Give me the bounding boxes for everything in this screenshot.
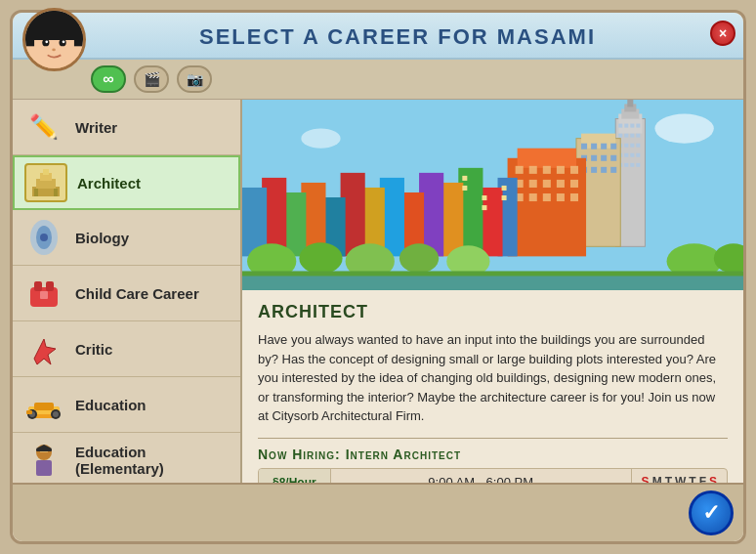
svg-rect-19: [34, 281, 42, 291]
svg-rect-47: [618, 134, 622, 138]
salary-value: §8/Hour: [273, 476, 316, 484]
career-label-critic: Critic: [75, 341, 112, 358]
svg-rect-83: [570, 166, 578, 174]
svg-rect-60: [624, 163, 628, 167]
career-image: [242, 100, 743, 290]
career-label-writer: Writer: [75, 119, 117, 136]
svg-rect-13: [34, 189, 38, 196]
svg-rect-90: [529, 193, 537, 201]
svg-rect-58: [636, 153, 640, 157]
svg-rect-49: [630, 134, 634, 138]
hiring-salary: §8/Hour: [259, 469, 331, 484]
main-panel: Select a Career for Masami × ∞ 🎬 📷 ✏️ Wr…: [10, 10, 746, 544]
svg-rect-66: [591, 144, 597, 149]
day-f: F: [699, 475, 706, 483]
svg-point-117: [399, 243, 439, 273]
day-m: M: [652, 475, 662, 483]
svg-point-7: [63, 40, 65, 43]
svg-point-36: [654, 114, 713, 144]
hiring-details: §8/Hour 9:00 AM - 6:00 PM S M T W T F S: [258, 468, 728, 484]
career-label-education: Education: [75, 397, 147, 413]
close-button[interactable]: ×: [710, 21, 735, 46]
svg-rect-92: [557, 193, 565, 201]
career-label-education-elementary: Education (Elementary): [75, 444, 231, 477]
svg-rect-76: [610, 167, 616, 173]
childcare-icon: [22, 272, 65, 315]
content-area: ✏️ Writer Architect: [13, 100, 743, 483]
career-item-childcare[interactable]: Child Care Career: [13, 266, 240, 321]
career-label-architect: Architect: [77, 175, 141, 192]
svg-rect-111: [482, 205, 486, 210]
career-item-critic[interactable]: Critic: [13, 321, 240, 377]
svg-rect-81: [543, 166, 551, 174]
svg-point-27: [53, 411, 59, 417]
svg-rect-42: [627, 100, 633, 107]
svg-rect-88: [570, 180, 578, 188]
svg-rect-65: [581, 144, 587, 149]
svg-marker-34: [36, 445, 52, 448]
hiring-section: Now Hiring: Intern Architect §8/Hour 9:0…: [258, 438, 728, 484]
svg-rect-50: [636, 134, 640, 138]
svg-point-37: [301, 129, 340, 149]
svg-rect-82: [557, 166, 565, 174]
education-icon: [22, 383, 65, 426]
career-item-education-elementary[interactable]: Education (Elementary): [13, 433, 240, 483]
career-item-writer[interactable]: ✏️ Writer: [13, 100, 240, 155]
svg-point-115: [299, 242, 342, 274]
filter-all-button[interactable]: ∞: [91, 65, 126, 93]
filter-career-button[interactable]: 🎬: [134, 65, 169, 93]
svg-rect-52: [624, 144, 628, 148]
confirm-button[interactable]: ✓: [689, 490, 734, 535]
svg-rect-109: [502, 195, 507, 200]
photo-icon: 📷: [187, 71, 203, 87]
architect-icon: [24, 163, 67, 202]
svg-rect-48: [624, 134, 628, 138]
svg-rect-112: [462, 176, 467, 181]
career-icon: 🎬: [144, 71, 160, 87]
svg-rect-31: [36, 460, 52, 476]
education-elementary-icon: [22, 439, 65, 482]
svg-rect-29: [34, 403, 54, 410]
svg-rect-21: [40, 291, 48, 299]
svg-rect-56: [624, 153, 628, 157]
hiring-hours: 9:00 AM - 6:00 PM: [331, 469, 632, 484]
career-item-architect[interactable]: Architect: [13, 155, 240, 210]
career-item-education[interactable]: Education: [13, 377, 240, 433]
avatar: [22, 8, 86, 71]
svg-rect-44: [624, 124, 628, 128]
header: Select a Career for Masami ×: [13, 13, 743, 60]
detail-panel: Architect Have you always wanted to have…: [242, 100, 743, 483]
svg-rect-91: [543, 193, 551, 201]
avatar-face: [25, 11, 83, 68]
career-detail-title: Architect: [258, 302, 728, 322]
infinity-icon: ∞: [103, 70, 113, 88]
svg-point-8: [52, 49, 56, 52]
svg-rect-72: [610, 155, 616, 161]
svg-rect-80: [529, 166, 537, 174]
svg-rect-33: [36, 448, 52, 451]
svg-rect-93: [570, 193, 578, 201]
career-label-childcare: Child Care Career: [75, 285, 199, 302]
svg-rect-108: [502, 186, 507, 191]
checkmark-icon: ✓: [702, 500, 720, 526]
filter-photo-button[interactable]: 📷: [177, 65, 212, 93]
writer-icon: ✏️: [22, 106, 65, 149]
svg-rect-113: [462, 186, 467, 191]
svg-point-17: [40, 234, 48, 241]
avatar-hair: [25, 11, 83, 40]
critic-icon: [22, 327, 65, 370]
svg-rect-43: [618, 124, 622, 128]
hiring-title: Now Hiring: Intern Architect: [258, 447, 728, 462]
svg-rect-67: [601, 144, 607, 149]
svg-rect-62: [636, 163, 640, 167]
career-item-biology[interactable]: Biology: [13, 210, 240, 266]
svg-rect-74: [591, 167, 597, 173]
svg-rect-14: [54, 189, 58, 196]
day-w: W: [675, 475, 686, 483]
svg-rect-78: [518, 149, 576, 168]
career-list: ✏️ Writer Architect: [13, 100, 242, 483]
day-t1: T: [665, 475, 672, 483]
svg-rect-28: [26, 410, 32, 414]
day-t2: T: [689, 475, 695, 483]
svg-rect-79: [516, 166, 524, 174]
